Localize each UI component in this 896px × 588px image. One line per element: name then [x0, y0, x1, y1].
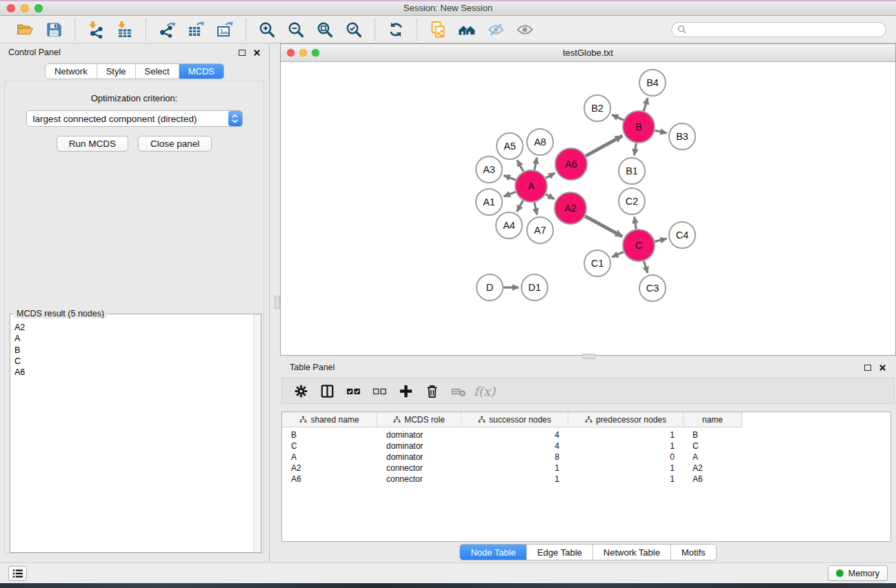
graph-node-C2[interactable]: C2	[619, 188, 645, 214]
graph-node-B[interactable]: B	[623, 111, 655, 143]
mcds-result-item[interactable]: B	[14, 345, 253, 356]
refresh-button[interactable]	[385, 19, 407, 40]
close-panel-button[interactable]: Close panel	[138, 136, 212, 152]
graph-edge-C-C3[interactable]	[644, 261, 648, 273]
float-table-panel-icon[interactable]	[864, 365, 871, 371]
graph-edge-A-A1[interactable]	[504, 192, 516, 196]
result-list-scrollbar[interactable]	[253, 314, 261, 552]
mcds-result-item[interactable]: A6	[14, 367, 253, 378]
graph-edge-B-B4[interactable]	[644, 98, 648, 111]
import-network-button[interactable]	[85, 19, 107, 40]
column-header-shared-name[interactable]: shared name	[282, 412, 377, 427]
table-row[interactable]: A2connector11A2	[282, 463, 890, 474]
table-tab-edge-table[interactable]: Edge Table	[526, 545, 593, 560]
zoom-selected-button[interactable]	[343, 19, 365, 40]
graph-edge-B-B1[interactable]	[635, 143, 637, 156]
graph-edge-A-A4[interactable]	[517, 201, 523, 212]
zoom-in-button[interactable]	[256, 19, 278, 40]
tab-network[interactable]: Network	[46, 64, 97, 79]
graph-edge-A6-B[interactable]	[586, 136, 622, 156]
graph-node-A7[interactable]: A7	[527, 217, 553, 243]
table-row[interactable]: Adominator80A	[282, 452, 890, 463]
graph-edge-A-A7[interactable]	[535, 203, 537, 215]
panel-splitter-grip-vertical[interactable]	[275, 296, 280, 309]
memory-button[interactable]: Memory	[828, 565, 888, 581]
graph-edge-A-A3[interactable]	[504, 175, 515, 180]
graph-node-A8[interactable]: A8	[527, 129, 553, 155]
mcds-result-item[interactable]: A	[14, 333, 253, 344]
column-header-predecessor-nodes[interactable]: predecessor nodes	[568, 412, 684, 427]
zoom-fit-button[interactable]	[314, 19, 336, 40]
column-header-name[interactable]: name	[684, 412, 741, 427]
graph-node-A3[interactable]: A3	[476, 156, 502, 183]
import-table-button[interactable]	[114, 19, 136, 40]
graph-edge-C-C1[interactable]	[612, 252, 624, 257]
graph-edge-B-B2[interactable]	[612, 114, 624, 120]
add-column-button[interactable]	[394, 380, 418, 402]
graph-node-C1[interactable]: C1	[584, 250, 610, 276]
table-tab-motifs[interactable]: Motifs	[670, 545, 716, 560]
tab-style[interactable]: Style	[97, 64, 135, 79]
select-all-checkboxes-button[interactable]	[341, 380, 366, 402]
graph-node-B4[interactable]: B4	[639, 70, 666, 96]
graph-node-B3[interactable]: B3	[669, 123, 695, 150]
new-network-from-selection-button[interactable]	[427, 19, 449, 40]
close-table-panel-icon[interactable]	[879, 364, 886, 372]
search-box[interactable]	[671, 22, 886, 37]
column-header-mcds-role[interactable]: MCDS role	[377, 412, 461, 427]
run-mcds-button[interactable]: Run MCDS	[57, 136, 128, 152]
graph-node-B2[interactable]: B2	[584, 95, 610, 121]
float-panel-icon[interactable]	[239, 50, 246, 56]
graph-node-A1[interactable]: A1	[476, 189, 502, 215]
network-canvas[interactable]: B4B2BB3A8A5A6A3B1AA1C2A2A4A7C4CC1DD1C3	[281, 61, 895, 355]
graph-edge-C-C4[interactable]	[655, 239, 666, 241]
table-row[interactable]: Bdominator41B	[282, 429, 890, 440]
table-tab-network-table[interactable]: Network Table	[593, 545, 670, 560]
tab-mcds[interactable]: MCDS	[179, 64, 223, 79]
graph-edge-A-A2[interactable]	[546, 194, 555, 199]
deselect-all-checkboxes-button[interactable]	[368, 380, 392, 402]
mcds-result-item[interactable]: C	[14, 356, 253, 367]
delete-column-button[interactable]	[420, 380, 444, 402]
mcds-result-item[interactable]: A2	[14, 322, 253, 333]
hide-selected-button[interactable]	[485, 19, 507, 40]
export-image-button[interactable]	[214, 19, 236, 40]
graph-node-C3[interactable]: C3	[639, 275, 666, 301]
graph-node-D1[interactable]: D1	[521, 274, 548, 301]
graph-node-C[interactable]: C	[623, 230, 655, 261]
network-window-titlebar[interactable]: testGlobe.txt	[281, 44, 895, 62]
first-neighbors-button[interactable]	[456, 19, 478, 40]
table-row[interactable]: A6connector11A6	[282, 474, 890, 485]
open-folder-button[interactable]	[14, 19, 36, 40]
graph-edge-B-B3[interactable]	[655, 130, 666, 133]
table-row[interactable]: Cdominator41C	[282, 440, 890, 452]
graph-edge-A-A6[interactable]	[546, 173, 555, 178]
graph-node-A5[interactable]: A5	[497, 133, 523, 159]
graph-edge-A-A8[interactable]	[535, 158, 537, 170]
graph-node-A[interactable]: A	[515, 170, 547, 202]
graph-node-D[interactable]: D	[477, 274, 503, 301]
export-network-button[interactable]	[156, 19, 178, 40]
graph-node-A4[interactable]: A4	[496, 212, 522, 239]
close-panel-icon[interactable]	[253, 49, 261, 57]
graph-edge-C-C2[interactable]	[635, 217, 637, 230]
show-panels-button[interactable]	[8, 566, 27, 581]
show-all-button[interactable]	[514, 19, 536, 40]
graph-node-C4[interactable]: C4	[669, 222, 695, 248]
graph-node-B1[interactable]: B1	[619, 158, 645, 184]
graph-edge-A-A5[interactable]	[517, 160, 524, 172]
zoom-out-button[interactable]	[285, 19, 307, 40]
column-header-successor-nodes[interactable]: successor nodes	[461, 412, 568, 427]
tab-select[interactable]: Select	[135, 64, 179, 79]
table-tab-node-table[interactable]: Node Table	[460, 545, 526, 560]
settings-gear-button[interactable]	[289, 380, 313, 402]
graph-node-A2[interactable]: A2	[555, 192, 586, 224]
search-input[interactable]	[690, 24, 880, 35]
optimization-criterion-select[interactable]: largest connected component (directed)	[26, 110, 243, 127]
export-table-button[interactable]	[185, 19, 207, 40]
graph-node-label: A1	[483, 196, 495, 207]
graph-edge-A2-C[interactable]	[585, 216, 622, 237]
toggle-panel-button[interactable]	[315, 380, 339, 402]
save-session-button[interactable]	[43, 19, 65, 40]
graph-node-A6[interactable]: A6	[555, 148, 587, 180]
